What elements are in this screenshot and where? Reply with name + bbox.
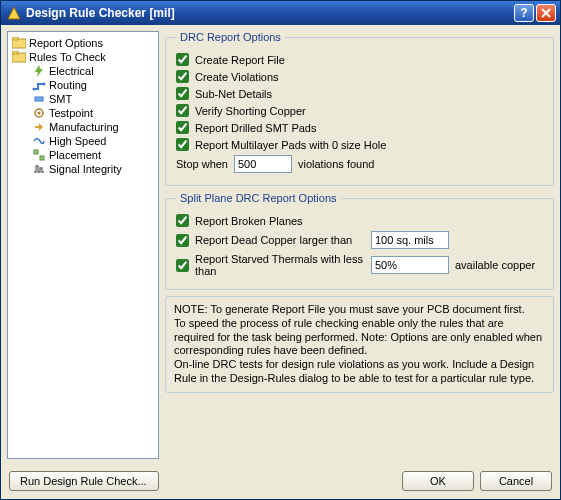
tree-label: Rules To Check xyxy=(29,51,106,63)
tree-item-routing[interactable]: Routing xyxy=(10,78,156,92)
note-line-2: To speed the process of rule checking en… xyxy=(174,317,545,358)
svg-marker-0 xyxy=(8,7,20,19)
manufacturing-icon xyxy=(32,121,46,133)
create-report-file-label: Create Report File xyxy=(195,54,285,66)
cancel-button[interactable]: Cancel xyxy=(480,471,552,491)
svg-rect-11 xyxy=(34,150,38,154)
sub-net-details-label: Sub-Net Details xyxy=(195,88,272,100)
tree-label: High Speed xyxy=(49,135,107,147)
report-broken-planes-checkbox[interactable] xyxy=(176,214,189,227)
tree-item-testpoint[interactable]: Testpoint xyxy=(10,106,156,120)
tree-label: Routing xyxy=(49,79,87,91)
window-title: Design Rule Checker [mil] xyxy=(26,6,512,20)
titlebar: Design Rule Checker [mil] ? xyxy=(1,1,560,25)
options-panel: DRC Report Options Create Report File Cr… xyxy=(165,31,554,459)
run-drc-button[interactable]: Run Design Rule Check... xyxy=(9,471,159,491)
report-dead-copper-label: Report Dead Copper larger than xyxy=(195,234,352,246)
starved-post-label: available copper xyxy=(455,259,543,271)
report-broken-planes-label: Report Broken Planes xyxy=(195,215,303,227)
report-multilayer-checkbox[interactable] xyxy=(176,138,189,151)
placement-icon xyxy=(32,149,46,161)
routing-icon xyxy=(32,79,46,91)
tree-label: Signal Integrity xyxy=(49,163,122,175)
create-violations-label: Create Violations xyxy=(195,71,279,83)
close-button[interactable] xyxy=(536,4,556,22)
sub-net-details-checkbox[interactable] xyxy=(176,87,189,100)
ok-button[interactable]: OK xyxy=(402,471,474,491)
electrical-icon xyxy=(32,65,46,77)
report-multilayer-label: Report Multilayer Pads with 0 size Hole xyxy=(195,139,386,151)
report-starved-thermals-checkbox[interactable] xyxy=(176,259,189,272)
tree-item-smt[interactable]: SMT xyxy=(10,92,156,106)
dialog-body: Report Options Rules To Check Electrical… xyxy=(1,25,560,465)
svg-point-7 xyxy=(43,83,46,86)
tree-label: Placement xyxy=(49,149,101,161)
report-starved-thermals-label: Report Starved Thermals with less than xyxy=(195,253,365,277)
tree-item-manufacturing[interactable]: Manufacturing xyxy=(10,120,156,134)
tree-item-electrical[interactable]: Electrical xyxy=(10,64,156,78)
dead-copper-input[interactable] xyxy=(371,231,449,249)
starved-thermals-input[interactable] xyxy=(371,256,449,274)
report-dead-copper-checkbox[interactable] xyxy=(176,234,189,247)
smt-icon xyxy=(32,93,46,105)
high-speed-icon xyxy=(32,135,46,147)
stop-when-label-pre: Stop when xyxy=(176,158,228,170)
verify-shorting-copper-label: Verify Shorting Copper xyxy=(195,105,306,117)
app-icon xyxy=(7,6,21,20)
tree-item-rules-to-check[interactable]: Rules To Check xyxy=(10,50,156,64)
create-violations-checkbox[interactable] xyxy=(176,70,189,83)
tree-label: Electrical xyxy=(49,65,94,77)
notes-box: NOTE: To generate Report File you must s… xyxy=(165,296,554,393)
folder-icon xyxy=(12,37,26,49)
split-plane-options-group: Split Plane DRC Report Options Report Br… xyxy=(165,192,554,290)
verify-shorting-copper-checkbox[interactable] xyxy=(176,104,189,117)
stop-when-label-post: violations found xyxy=(298,158,374,170)
svg-marker-5 xyxy=(35,65,43,77)
tree-item-high-speed[interactable]: High Speed xyxy=(10,134,156,148)
folder-open-icon xyxy=(12,51,26,63)
tree-item-report-options[interactable]: Report Options xyxy=(10,36,156,50)
drc-report-options-group: DRC Report Options Create Report File Cr… xyxy=(165,31,554,186)
svg-rect-2 xyxy=(12,37,18,40)
tree-label: SMT xyxy=(49,93,72,105)
create-report-file-checkbox[interactable] xyxy=(176,53,189,66)
tree-item-placement[interactable]: Placement xyxy=(10,148,156,162)
report-drilled-smt-checkbox[interactable] xyxy=(176,121,189,134)
note-line-3: On-line DRC tests for design rule violat… xyxy=(174,358,545,386)
split-legend: Split Plane DRC Report Options xyxy=(176,192,341,204)
testpoint-icon xyxy=(32,107,46,119)
help-button[interactable]: ? xyxy=(514,4,534,22)
drc-legend: DRC Report Options xyxy=(176,31,285,43)
svg-point-10 xyxy=(38,112,41,115)
report-drilled-smt-label: Report Drilled SMT Pads xyxy=(195,122,316,134)
dialog-window: Design Rule Checker [mil] ? Report Optio… xyxy=(0,0,561,500)
note-line-1: NOTE: To generate Report File you must s… xyxy=(174,303,545,317)
dialog-footer: Run Design Rule Check... OK Cancel xyxy=(1,465,560,499)
svg-rect-12 xyxy=(40,156,44,160)
signal-integrity-icon xyxy=(32,163,46,175)
svg-rect-8 xyxy=(35,97,43,101)
tree-label: Manufacturing xyxy=(49,121,119,133)
category-tree[interactable]: Report Options Rules To Check Electrical… xyxy=(7,31,159,459)
tree-label: Testpoint xyxy=(49,107,93,119)
svg-point-6 xyxy=(33,88,36,91)
stop-when-input[interactable] xyxy=(234,155,292,173)
svg-rect-4 xyxy=(12,51,18,54)
tree-item-signal-integrity[interactable]: Signal Integrity xyxy=(10,162,156,176)
tree-label: Report Options xyxy=(29,37,103,49)
